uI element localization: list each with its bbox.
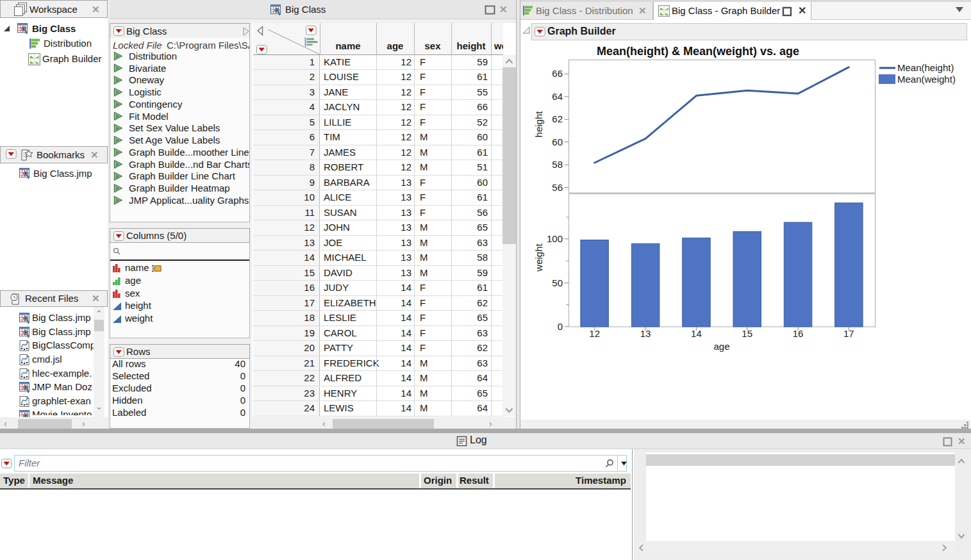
svg-text:Mean(weight): Mean(weight) (897, 74, 956, 85)
svg-text:16: 16 (793, 328, 804, 339)
svg-text:50: 50 (552, 277, 563, 288)
svg-text:age: age (713, 341, 729, 352)
svg-text:14: 14 (691, 328, 702, 339)
svg-text:12: 12 (589, 328, 600, 339)
svg-text:Mean(height) & Mean(weight) vs: Mean(height) & Mean(weight) vs. age (597, 45, 799, 58)
svg-text:60: 60 (552, 136, 563, 147)
svg-text:58: 58 (552, 159, 563, 170)
svg-text:100: 100 (547, 233, 563, 244)
svg-text:13: 13 (640, 328, 651, 339)
svg-text:0: 0 (558, 321, 563, 332)
svg-text:56: 56 (552, 182, 563, 193)
svg-text:62: 62 (552, 113, 563, 124)
svg-text:64: 64 (552, 91, 563, 102)
svg-text:17: 17 (843, 328, 854, 339)
svg-text:66: 66 (552, 68, 563, 79)
svg-text:weight: weight (533, 243, 544, 272)
svg-text:Mean(height): Mean(height) (897, 62, 954, 73)
svg-text:15: 15 (742, 328, 752, 339)
svg-text:height: height (533, 111, 544, 138)
